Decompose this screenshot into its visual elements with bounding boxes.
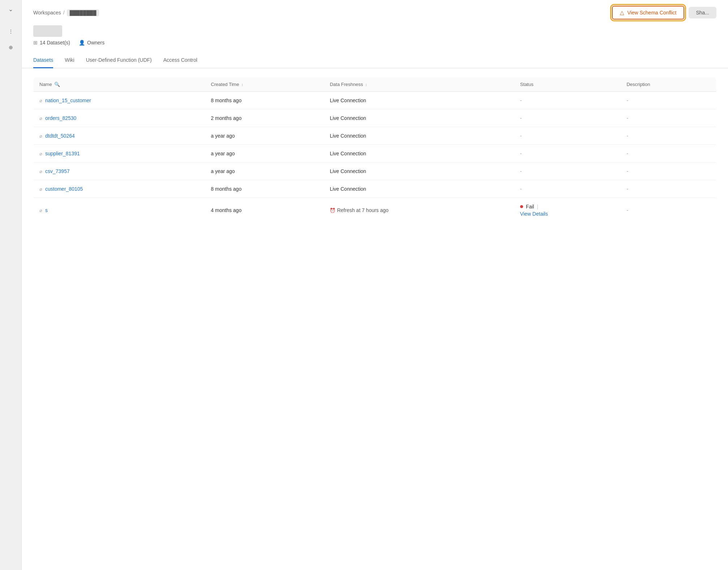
top-bar: Workspaces / ████████ △ View Schema Conf…: [22, 0, 728, 20]
dataset-name-cell: ⌀ csv_73957: [34, 163, 205, 180]
dataset-link[interactable]: dtdtdt_50264: [45, 133, 75, 139]
datasets-table: Name 🔍 Created Time ↕ D: [33, 77, 716, 223]
breadcrumb-workspaces[interactable]: Workspaces: [33, 10, 61, 16]
dataset-name-cell: ⌀ nation_15_customer: [34, 92, 205, 109]
name-search-icon[interactable]: 🔍: [54, 82, 60, 87]
workspace-info: ⊞ 14 Dataset(s) 👤 Owners: [22, 20, 728, 46]
workspace-logo: [33, 25, 62, 37]
dataset-name-cell: ⌀ orders_82530: [34, 109, 205, 127]
header-actions: △ View Schema Conflict Sha...: [612, 6, 716, 20]
grid-icon: ⊞: [33, 40, 38, 46]
status-cell: -: [514, 92, 621, 109]
dataset-icon: ⌀: [39, 169, 42, 174]
status-cell: -: [514, 180, 621, 198]
datasets-count-label: 14 Dataset(s): [40, 40, 70, 46]
sidebar-dots-menu[interactable]: ⋮: [5, 26, 17, 37]
description-cell: -: [621, 145, 716, 163]
dataset-name-cell: ⌀ dtdtdt_50264: [34, 127, 205, 145]
status-dash: -: [520, 168, 522, 174]
dataset-icon: ⌀: [39, 208, 42, 213]
data-freshness-sort-icon[interactable]: ↕: [365, 82, 367, 87]
breadcrumb-separator: /: [63, 10, 65, 16]
dataset-link[interactable]: s: [45, 207, 48, 213]
data-freshness-cell: Live Connection: [324, 180, 514, 198]
data-freshness-cell: Live Connection: [324, 127, 514, 145]
status-cell: -: [514, 145, 621, 163]
created-time-cell: 4 months ago: [205, 198, 324, 223]
separator: |: [537, 204, 538, 210]
data-freshness-cell: Live Connection: [324, 92, 514, 109]
description-cell: -: [621, 180, 716, 198]
dataset-link[interactable]: nation_15_customer: [45, 98, 91, 103]
tab-datasets[interactable]: Datasets: [33, 54, 53, 68]
column-data-freshness: Data Freshness ↕: [324, 77, 514, 92]
dataset-link[interactable]: supplier_81391: [45, 151, 80, 156]
created-time-cell: a year ago: [205, 127, 324, 145]
view-schema-conflict-label: View Schema Conflict: [627, 10, 676, 16]
description-cell: -: [621, 163, 716, 180]
table-row: ⌀ nation_15_customer 8 months agoLive Co…: [34, 92, 716, 109]
view-details-link[interactable]: View Details: [520, 211, 615, 217]
data-freshness-cell: Live Connection: [324, 145, 514, 163]
created-time-cell: 2 months ago: [205, 109, 324, 127]
owners-label: Owners: [87, 40, 104, 46]
description-cell: -: [621, 198, 716, 223]
tab-wiki[interactable]: Wiki: [65, 54, 74, 68]
table-row: ⌀ dtdtdt_50264 a year agoLive Connection…: [34, 127, 716, 145]
tab-udf[interactable]: User-Defined Function (UDF): [86, 54, 152, 68]
column-created-time: Created Time ↕: [205, 77, 324, 92]
status-cell: Fail | View Details: [514, 198, 621, 223]
status-dash: -: [520, 98, 522, 103]
clock-icon: ⏰: [330, 208, 335, 213]
tabs-bar: Datasets Wiki User-Defined Function (UDF…: [22, 48, 728, 68]
status-cell: -: [514, 163, 621, 180]
dataset-name-cell: ⌀ s: [34, 198, 205, 223]
description-cell: -: [621, 92, 716, 109]
description-dash: -: [626, 168, 628, 174]
fail-dot: [520, 205, 523, 208]
breadcrumb-current: ████████: [67, 9, 99, 16]
created-time-cell: a year ago: [205, 145, 324, 163]
data-freshness-cell: ⏰ Refresh at 7 hours ago: [324, 198, 514, 223]
dots-icon: ⋮: [8, 29, 13, 34]
created-time-cell: a year ago: [205, 163, 324, 180]
main-content: Workspaces / ████████ △ View Schema Conf…: [22, 0, 728, 570]
owners-icon: 👤: [79, 40, 85, 46]
table-row: ⌀ supplier_81391 a year agoLive Connecti…: [34, 145, 716, 163]
view-schema-conflict-button[interactable]: △ View Schema Conflict: [612, 6, 684, 20]
description-dash: -: [626, 186, 628, 192]
workspace-meta: ⊞ 14 Dataset(s) 👤 Owners: [33, 40, 716, 46]
status-cell: -: [514, 127, 621, 145]
dataset-link[interactable]: orders_82530: [45, 115, 76, 121]
dataset-link[interactable]: csv_73957: [45, 168, 70, 174]
table-row: ⌀ s 4 months ago ⏰ Refresh at 7 hours ag…: [34, 198, 716, 223]
description-dash: -: [626, 115, 628, 121]
sidebar-add-button[interactable]: ⊕: [5, 42, 17, 53]
status-dash: -: [520, 115, 522, 121]
dataset-icon: ⌀: [39, 151, 42, 156]
created-time-sort-icon[interactable]: ↕: [241, 82, 243, 87]
column-status: Status: [514, 77, 621, 92]
created-time-cell: 8 months ago: [205, 92, 324, 109]
dataset-icon: ⌀: [39, 186, 42, 192]
datasets-count-meta: ⊞ 14 Dataset(s): [33, 40, 70, 46]
freshness-text: Refresh at 7 hours ago: [337, 207, 388, 213]
status-cell: -: [514, 109, 621, 127]
description-dash: -: [626, 98, 628, 103]
owners-meta[interactable]: 👤 Owners: [79, 40, 104, 46]
column-name: Name 🔍: [34, 77, 205, 92]
sidebar-collapse-button[interactable]: ⌄: [8, 6, 13, 13]
dataset-icon: ⌀: [39, 133, 42, 139]
data-freshness-cell: Live Connection: [324, 163, 514, 180]
plus-icon: ⊕: [9, 44, 13, 50]
warning-icon: △: [620, 9, 624, 16]
description-cell: -: [621, 127, 716, 145]
status-dash: -: [520, 151, 522, 156]
status-dash: -: [520, 186, 522, 192]
description-dash: -: [626, 151, 628, 156]
share-button[interactable]: Sha...: [689, 7, 716, 18]
sidebar: ⌄ ⋮ ⊕: [0, 0, 22, 570]
tab-access-control[interactable]: Access Control: [163, 54, 197, 68]
table-row: ⌀ orders_82530 2 months agoLive Connecti…: [34, 109, 716, 127]
dataset-link[interactable]: customer_80105: [45, 186, 83, 192]
